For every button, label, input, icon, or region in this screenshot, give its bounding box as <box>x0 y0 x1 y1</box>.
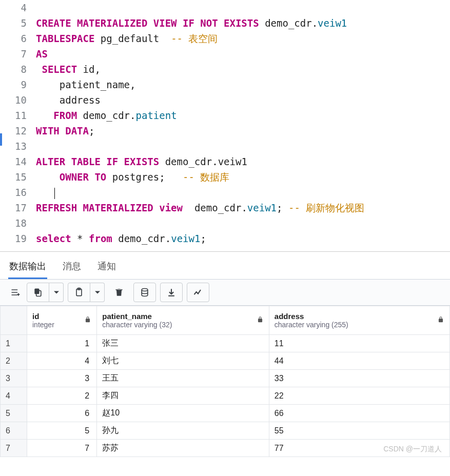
copy-dropdown[interactable] <box>49 283 64 302</box>
lock-icon <box>84 316 91 325</box>
cell-id[interactable]: 1 <box>27 335 97 352</box>
column-header-patient_name[interactable]: patient_namecharacter varying (32) <box>97 306 269 335</box>
table-row[interactable]: 24刘七44 <box>1 352 450 370</box>
chart-button[interactable] <box>187 283 209 302</box>
cell-id[interactable]: 4 <box>27 352 97 370</box>
row-number: 3 <box>1 370 27 387</box>
table-row[interactable]: 56赵1066 <box>1 405 450 422</box>
cell-id[interactable]: 7 <box>27 440 97 457</box>
svg-rect-1 <box>34 289 39 294</box>
lock-icon <box>437 316 444 325</box>
cell-address[interactable]: 55 <box>269 422 449 440</box>
row-number: 5 <box>1 405 27 422</box>
paste-button[interactable] <box>68 283 90 302</box>
table-row[interactable]: 33王五33 <box>1 370 450 387</box>
delete-button[interactable] <box>109 283 129 302</box>
download-button[interactable] <box>160 283 183 302</box>
copy-button[interactable] <box>27 283 49 302</box>
row-number: 4 <box>1 387 27 405</box>
output-toolbar <box>0 279 450 306</box>
cell-address[interactable]: 33 <box>269 370 449 387</box>
watermark: CSDN @一刀道人 <box>383 445 442 454</box>
cell-patient_name[interactable]: 苏苏 <box>97 440 269 457</box>
cell-patient_name[interactable]: 孙九 <box>97 422 269 440</box>
cell-address[interactable]: 11 <box>269 335 449 352</box>
tab-data-output[interactable]: 数据输出 <box>8 257 47 279</box>
table-row[interactable]: 42李四22 <box>1 387 450 405</box>
cell-address[interactable]: 66 <box>269 405 449 422</box>
save-data-button[interactable] <box>133 283 156 302</box>
cell-address[interactable]: 44 <box>269 352 449 370</box>
output-tabs: 数据输出 消息 通知 <box>0 252 450 279</box>
cell-patient_name[interactable]: 李四 <box>97 387 269 405</box>
cell-patient_name[interactable]: 王五 <box>97 370 269 387</box>
column-header-id[interactable]: idinteger <box>27 306 97 335</box>
row-number: 2 <box>1 352 27 370</box>
rownum-header <box>1 306 27 335</box>
cell-patient_name[interactable]: 张三 <box>97 335 269 352</box>
table-row[interactable]: 77苏苏77 <box>1 440 450 457</box>
tab-messages[interactable]: 消息 <box>62 257 82 279</box>
row-number: 1 <box>1 335 27 352</box>
cell-address[interactable]: 22 <box>269 387 449 405</box>
sql-editor[interactable]: 45678910111213141516171819 CREATE MATERI… <box>0 0 450 252</box>
cell-id[interactable]: 3 <box>27 370 97 387</box>
table-row[interactable]: 65孙九55 <box>1 422 450 440</box>
paste-dropdown[interactable] <box>90 283 105 302</box>
row-number: 6 <box>1 422 27 440</box>
code-area[interactable]: CREATE MATERIALIZED VIEW IF NOT EXISTS d… <box>36 0 450 246</box>
results-table[interactable]: idintegerpatient_namecharacter varying (… <box>0 306 450 457</box>
lock-icon <box>257 316 264 325</box>
row-number: 7 <box>1 440 27 457</box>
editor-marker <box>0 133 2 146</box>
cell-patient_name[interactable]: 刘七 <box>97 352 269 370</box>
column-header-address[interactable]: addresscharacter varying (255) <box>269 306 449 335</box>
line-gutter: 45678910111213141516171819 <box>0 0 36 246</box>
cell-patient_name[interactable]: 赵10 <box>97 405 269 422</box>
add-row-button[interactable] <box>5 283 26 302</box>
tab-notifications[interactable]: 通知 <box>96 257 117 279</box>
cell-id[interactable]: 6 <box>27 405 97 422</box>
cell-id[interactable]: 5 <box>27 422 97 440</box>
cell-id[interactable]: 2 <box>27 387 97 405</box>
table-row[interactable]: 11张三11 <box>1 335 450 352</box>
svg-point-4 <box>142 289 148 291</box>
